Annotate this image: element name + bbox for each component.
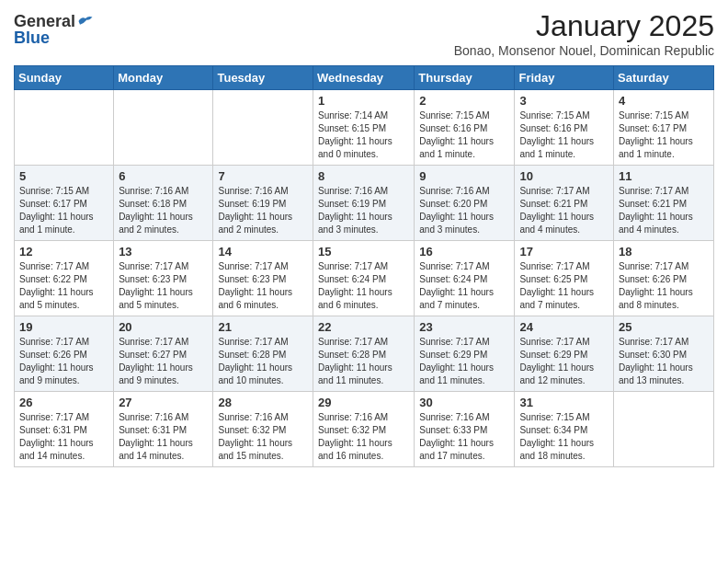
logo-general-text: General [14, 13, 75, 29]
calendar-cell: 16Sunrise: 7:17 AM Sunset: 6:24 PM Dayli… [415, 241, 515, 316]
calendar-cell: 13Sunrise: 7:17 AM Sunset: 6:23 PM Dayli… [114, 241, 213, 316]
calendar-cell [15, 90, 114, 166]
day-info: Sunrise: 7:16 AM Sunset: 6:20 PM Dayligh… [419, 185, 509, 236]
title-section: January 2025 Bonao, Monsenor Nouel, Domi… [454, 9, 714, 58]
calendar-cell: 20Sunrise: 7:17 AM Sunset: 6:27 PM Dayli… [114, 316, 213, 392]
calendar-week-2: 5Sunrise: 7:15 AM Sunset: 6:17 PM Daylig… [15, 166, 714, 241]
day-info: Sunrise: 7:17 AM Sunset: 6:22 PM Dayligh… [19, 260, 108, 312]
day-number: 18 [619, 245, 709, 259]
weekday-header-wednesday: Wednesday [313, 66, 415, 90]
day-info: Sunrise: 7:17 AM Sunset: 6:24 PM Dayligh… [318, 260, 409, 312]
calendar-cell: 25Sunrise: 7:17 AM Sunset: 6:30 PM Dayli… [614, 316, 714, 392]
day-info: Sunrise: 7:17 AM Sunset: 6:29 PM Dayligh… [419, 336, 509, 387]
calendar-week-5: 26Sunrise: 7:17 AM Sunset: 6:31 PM Dayli… [15, 392, 714, 467]
day-number: 27 [119, 396, 208, 409]
day-number: 11 [619, 169, 709, 183]
calendar-cell: 10Sunrise: 7:17 AM Sunset: 6:21 PM Dayli… [515, 166, 614, 241]
day-info: Sunrise: 7:16 AM Sunset: 6:33 PM Dayligh… [419, 411, 509, 463]
day-number: 1 [318, 94, 409, 108]
calendar-cell: 30Sunrise: 7:16 AM Sunset: 6:33 PM Dayli… [415, 392, 515, 467]
day-info: Sunrise: 7:16 AM Sunset: 6:31 PM Dayligh… [119, 411, 208, 463]
calendar-cell: 18Sunrise: 7:17 AM Sunset: 6:26 PM Dayli… [614, 241, 714, 316]
location-subtitle: Bonao, Monsenor Nouel, Dominican Republi… [454, 43, 714, 58]
day-number: 23 [419, 320, 509, 334]
day-info: Sunrise: 7:17 AM Sunset: 6:30 PM Dayligh… [619, 336, 709, 387]
calendar-cell: 7Sunrise: 7:16 AM Sunset: 6:19 PM Daylig… [213, 166, 313, 241]
weekday-header-tuesday: Tuesday [213, 66, 313, 90]
day-number: 10 [519, 169, 609, 183]
calendar-cell: 29Sunrise: 7:16 AM Sunset: 6:32 PM Dayli… [313, 392, 415, 467]
day-number: 14 [218, 245, 308, 259]
calendar-cell: 15Sunrise: 7:17 AM Sunset: 6:24 PM Dayli… [313, 241, 415, 316]
calendar-cell: 5Sunrise: 7:15 AM Sunset: 6:17 PM Daylig… [15, 166, 114, 241]
weekday-header-sunday: Sunday [15, 66, 114, 90]
day-info: Sunrise: 7:17 AM Sunset: 6:31 PM Dayligh… [19, 411, 108, 463]
calendar-cell: 14Sunrise: 7:17 AM Sunset: 6:23 PM Dayli… [213, 241, 313, 316]
day-number: 4 [619, 94, 709, 108]
calendar-cell: 8Sunrise: 7:16 AM Sunset: 6:19 PM Daylig… [313, 166, 415, 241]
day-info: Sunrise: 7:16 AM Sunset: 6:32 PM Dayligh… [218, 411, 308, 463]
calendar-cell: 12Sunrise: 7:17 AM Sunset: 6:22 PM Dayli… [15, 241, 114, 316]
calendar-header-row: SundayMondayTuesdayWednesdayThursdayFrid… [15, 66, 714, 90]
day-info: Sunrise: 7:17 AM Sunset: 6:21 PM Dayligh… [519, 185, 609, 236]
day-info: Sunrise: 7:17 AM Sunset: 6:25 PM Dayligh… [519, 260, 609, 312]
day-number: 15 [318, 245, 409, 259]
day-info: Sunrise: 7:15 AM Sunset: 6:34 PM Dayligh… [519, 411, 609, 463]
day-info: Sunrise: 7:15 AM Sunset: 6:16 PM Dayligh… [419, 109, 509, 161]
day-info: Sunrise: 7:17 AM Sunset: 6:28 PM Dayligh… [218, 336, 308, 387]
weekday-header-thursday: Thursday [415, 66, 515, 90]
day-info: Sunrise: 7:15 AM Sunset: 6:16 PM Dayligh… [519, 109, 609, 161]
day-info: Sunrise: 7:14 AM Sunset: 6:15 PM Dayligh… [318, 109, 409, 161]
day-number: 8 [318, 169, 409, 183]
calendar-week-4: 19Sunrise: 7:17 AM Sunset: 6:26 PM Dayli… [15, 316, 714, 392]
day-number: 9 [419, 169, 509, 183]
logo-bird-icon [77, 15, 94, 28]
day-number: 30 [419, 396, 509, 409]
calendar-cell [114, 90, 213, 166]
month-title: January 2025 [454, 9, 714, 43]
day-info: Sunrise: 7:17 AM Sunset: 6:23 PM Dayligh… [119, 260, 208, 312]
day-info: Sunrise: 7:17 AM Sunset: 6:26 PM Dayligh… [19, 336, 108, 387]
calendar-cell: 19Sunrise: 7:17 AM Sunset: 6:26 PM Dayli… [15, 316, 114, 392]
day-info: Sunrise: 7:16 AM Sunset: 6:19 PM Dayligh… [218, 185, 308, 236]
calendar-cell: 2Sunrise: 7:15 AM Sunset: 6:16 PM Daylig… [415, 90, 515, 166]
day-number: 2 [419, 94, 509, 108]
calendar-cell: 6Sunrise: 7:16 AM Sunset: 6:18 PM Daylig… [114, 166, 213, 241]
day-number: 5 [19, 169, 108, 183]
day-number: 3 [519, 94, 609, 108]
day-info: Sunrise: 7:17 AM Sunset: 6:28 PM Dayligh… [318, 336, 409, 387]
day-info: Sunrise: 7:16 AM Sunset: 6:19 PM Dayligh… [318, 185, 409, 236]
day-info: Sunrise: 7:15 AM Sunset: 6:17 PM Dayligh… [619, 109, 709, 161]
day-number: 28 [218, 396, 308, 409]
day-info: Sunrise: 7:17 AM Sunset: 6:21 PM Dayligh… [619, 185, 709, 236]
calendar-cell: 31Sunrise: 7:15 AM Sunset: 6:34 PM Dayli… [515, 392, 614, 467]
day-number: 25 [619, 320, 709, 334]
day-info: Sunrise: 7:15 AM Sunset: 6:17 PM Dayligh… [19, 185, 108, 236]
day-number: 7 [218, 169, 308, 183]
weekday-header-friday: Friday [515, 66, 614, 90]
day-number: 29 [318, 396, 409, 409]
calendar-cell: 11Sunrise: 7:17 AM Sunset: 6:21 PM Dayli… [614, 166, 714, 241]
page-header: General Blue January 2025 Bonao, Monseno… [14, 9, 714, 58]
calendar-cell [213, 90, 313, 166]
day-number: 31 [519, 396, 609, 409]
day-number: 22 [318, 320, 409, 334]
calendar-cell: 23Sunrise: 7:17 AM Sunset: 6:29 PM Dayli… [415, 316, 515, 392]
day-info: Sunrise: 7:16 AM Sunset: 6:32 PM Dayligh… [318, 411, 409, 463]
day-number: 26 [19, 396, 108, 409]
calendar-cell: 3Sunrise: 7:15 AM Sunset: 6:16 PM Daylig… [515, 90, 614, 166]
calendar-table: SundayMondayTuesdayWednesdayThursdayFrid… [14, 65, 714, 467]
weekday-header-saturday: Saturday [614, 66, 714, 90]
day-info: Sunrise: 7:17 AM Sunset: 6:27 PM Dayligh… [119, 336, 208, 387]
day-number: 16 [419, 245, 509, 259]
calendar-cell: 1Sunrise: 7:14 AM Sunset: 6:15 PM Daylig… [313, 90, 415, 166]
day-number: 24 [519, 320, 609, 334]
calendar-cell [614, 392, 714, 467]
calendar-week-3: 12Sunrise: 7:17 AM Sunset: 6:22 PM Dayli… [15, 241, 714, 316]
day-info: Sunrise: 7:17 AM Sunset: 6:24 PM Dayligh… [419, 260, 509, 312]
calendar-cell: 28Sunrise: 7:16 AM Sunset: 6:32 PM Dayli… [213, 392, 313, 467]
day-info: Sunrise: 7:17 AM Sunset: 6:23 PM Dayligh… [218, 260, 308, 312]
calendar-week-1: 1Sunrise: 7:14 AM Sunset: 6:15 PM Daylig… [15, 90, 714, 166]
day-number: 20 [119, 320, 208, 334]
calendar-cell: 17Sunrise: 7:17 AM Sunset: 6:25 PM Dayli… [515, 241, 614, 316]
